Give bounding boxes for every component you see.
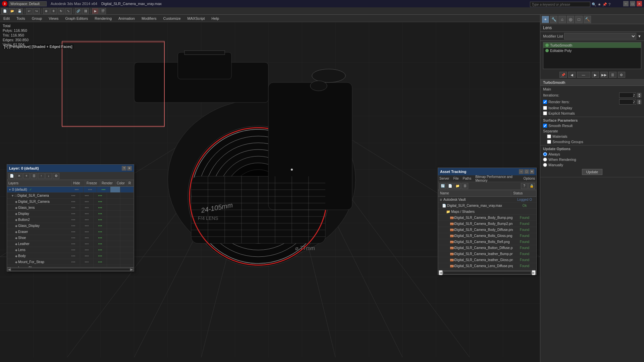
layer-render-9[interactable] [94, 241, 107, 247]
layer-row[interactable]: ◆ Digital_SLR_Camera [7, 199, 134, 205]
render-iters-checkbox[interactable] [543, 100, 547, 104]
layer-freeze-8[interactable] [80, 235, 94, 241]
menu-edit[interactable]: Edit [2, 16, 11, 21]
asset-row[interactable]: PNG Digital_SLR_Camera_Body_Bump2.png Fo… [438, 221, 536, 227]
select-btn[interactable]: ⊕ [43, 8, 50, 14]
asset-row[interactable]: PNG Digital_SLR_Camera_Body_Bump.png Fou… [438, 215, 536, 221]
layer-hide-13[interactable] [67, 265, 80, 267]
layer-r-0[interactable] [120, 187, 134, 192]
layer-freeze-2[interactable] [80, 199, 94, 204]
asset-minimize-btn[interactable]: − [519, 169, 524, 174]
layer-r-3[interactable] [120, 205, 134, 210]
layer-r-12[interactable] [120, 259, 134, 265]
layer-row[interactable]: ◆ Body [7, 253, 134, 259]
asset-btn-1[interactable]: 🔄 [439, 183, 446, 189]
utilities-icon-btn[interactable]: 🔨 [584, 16, 591, 23]
save-btn[interactable]: 💾 [16, 8, 23, 14]
menu-views[interactable]: Views [47, 16, 60, 21]
layer-hide-8[interactable] [67, 235, 80, 241]
layer-row[interactable]: ◆ Lamp_Glass [7, 265, 134, 267]
layers-scrollbar[interactable]: ◀ ▶ [7, 267, 134, 271]
layer-r-4[interactable] [120, 211, 134, 217]
rotate-btn[interactable]: ↻ [58, 8, 64, 14]
layer-color-5[interactable] [107, 217, 120, 223]
motion-icon-btn[interactable]: ◎ [567, 16, 574, 23]
settings-btn[interactable]: ⚙ [618, 72, 625, 78]
render-btn[interactable]: 🎬 [99, 8, 106, 14]
layer-freeze-12[interactable] [80, 259, 94, 265]
layer-r-9[interactable] [120, 241, 134, 247]
layer-row[interactable]: ◆ Leather [7, 241, 134, 247]
layer-color-2[interactable] [107, 199, 120, 204]
asset-row[interactable]: PNG Digital_SLR_Camera_leather_Bump.png … [438, 251, 536, 257]
layers-help-btn[interactable]: ? [122, 166, 126, 171]
delete-layer-btn[interactable]: ✕ [16, 173, 22, 179]
merge-layer-btn[interactable]: ↓ [45, 173, 52, 179]
layer-render-12[interactable] [94, 259, 107, 265]
display-icon-btn[interactable]: □ [575, 16, 583, 23]
asset-menu-paths[interactable]: Paths [463, 177, 472, 180]
always-radio[interactable] [543, 152, 547, 156]
layer-row[interactable]: ◆ Eraser [7, 229, 134, 235]
layer-color-11[interactable] [107, 253, 120, 259]
render-iters-input[interactable] [619, 99, 636, 105]
asset-row[interactable]: PNG Digital_SLR_Camera_Body_Diffuse.png … [438, 227, 536, 233]
layer-row[interactable]: ◆ Display [7, 211, 134, 217]
menu-group[interactable]: Group [31, 16, 44, 21]
layer-freeze-7[interactable] [80, 229, 94, 235]
iterations-spinner[interactable]: ▲ ▼ [637, 93, 641, 98]
layer-hide-0[interactable] [70, 187, 84, 192]
layer-freeze-13[interactable] [80, 265, 94, 267]
render-quick-btn[interactable]: ▶ [92, 8, 99, 14]
manually-radio[interactable] [543, 163, 547, 167]
layer-color-4[interactable] [107, 211, 120, 217]
move-btn[interactable]: ✛ [50, 8, 57, 14]
asset-row[interactable]: PNG Digital_SLR_Camera_Lens_Diffuse.png … [438, 263, 536, 269]
asset-maximize-btn[interactable]: □ [524, 169, 529, 174]
modify-icon-btn[interactable]: 🔧 [550, 16, 557, 23]
layers-close-btn[interactable]: ✕ [127, 166, 132, 171]
layer-render-8[interactable] [94, 235, 107, 241]
asset-row-file[interactable]: 📄 Digital_SLR_Camera_max_vray.max Ok [438, 203, 536, 209]
menu-modifiers[interactable]: Modifiers [140, 16, 158, 21]
asset-scroll-right[interactable]: ▶ [532, 270, 536, 275]
layer-color-9[interactable] [107, 241, 120, 247]
asset-row[interactable]: PNG Digital_SLR_Camera_Bolts_Gloss.png F… [438, 233, 536, 239]
unlink-btn[interactable]: ⛓ [82, 8, 89, 14]
iterations-down[interactable]: ▼ [637, 95, 641, 98]
layer-color-1[interactable] [107, 193, 120, 198]
layer-hide-9[interactable] [67, 241, 80, 247]
asset-menu-bitmap[interactable]: Bitmap Performance and Memory [475, 175, 519, 182]
menu-maxscript[interactable]: MAXScript [186, 16, 206, 21]
layer-row[interactable]: ◆ Glass_lens [7, 205, 134, 211]
layer-render-4[interactable] [94, 211, 107, 217]
minimize-button[interactable]: − [623, 1, 629, 6]
asset-row[interactable]: PNG Digital_SLR_Camera_Shoe_Bump.png Fou… [438, 269, 536, 270]
asset-menu-server[interactable]: Server [439, 177, 449, 180]
move-layer-btn[interactable]: ↑ [38, 173, 45, 179]
layer-hide-4[interactable] [67, 211, 80, 217]
render-iters-down[interactable]: ▼ [637, 102, 641, 104]
layer-color-7[interactable] [107, 229, 120, 235]
layer-row[interactable]: ◆ Shoe [7, 235, 134, 241]
asset-row[interactable]: PNG Digital_SLR_Camera_Bolts_Refl.png Fo… [438, 239, 536, 245]
layer-freeze-1[interactable] [80, 193, 94, 198]
asset-menu-options[interactable]: Options [524, 177, 535, 180]
link-btn[interactable]: 🔗 [75, 8, 82, 14]
asset-menu-file[interactable]: File [453, 177, 459, 180]
layer-hide-11[interactable] [67, 253, 80, 259]
layer-hide-10[interactable] [67, 247, 80, 253]
materials-checkbox[interactable] [547, 134, 551, 138]
layer-r-13[interactable] [120, 265, 134, 267]
scroll-left-btn[interactable]: ◀ [8, 267, 11, 272]
layer-hide-7[interactable] [67, 229, 80, 235]
layer-row[interactable]: ◆ Button2 [7, 217, 134, 223]
asset-btn-3[interactable]: 📁 [454, 183, 461, 189]
layer-freeze-3[interactable] [80, 205, 94, 210]
select-layer-btn[interactable]: ☰ [31, 173, 37, 179]
layer-color-3[interactable] [107, 205, 120, 210]
layer-r-6[interactable] [120, 223, 134, 229]
layer-row[interactable]: ▼ 0 (default) ✓ [7, 187, 134, 193]
menu-tools[interactable]: Tools [15, 16, 26, 21]
redo-btn[interactable]: ↪ [33, 8, 40, 14]
